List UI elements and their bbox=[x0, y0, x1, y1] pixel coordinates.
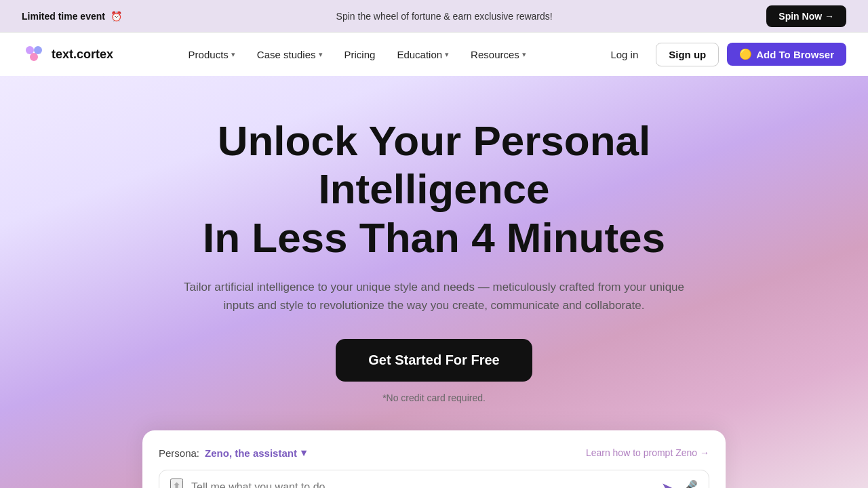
persona-row-left: Persona: Zeno, the assistant ▾ bbox=[159, 447, 307, 459]
nav-item-resources[interactable]: Resources ▾ bbox=[461, 43, 536, 66]
add-to-browser-button[interactable]: 🟡 Add To Browser bbox=[727, 43, 846, 66]
main-nav: text.cortex Products ▾ Case studies ▾ Pr… bbox=[0, 33, 868, 76]
nav-right: Log in Sign up 🟡 Add To Browser bbox=[601, 43, 846, 66]
logo-icon bbox=[22, 42, 46, 66]
upload-button[interactable]: ⬆ bbox=[170, 479, 183, 488]
svg-point-1 bbox=[34, 46, 42, 54]
banner-event-text: Limited time event bbox=[22, 11, 105, 22]
banner-clock-icon: ⏰ bbox=[111, 11, 122, 22]
svg-point-0 bbox=[26, 46, 34, 54]
nav-item-pricing[interactable]: Pricing bbox=[335, 43, 385, 66]
education-chevron-icon: ▾ bbox=[445, 50, 449, 59]
products-chevron-icon: ▾ bbox=[231, 50, 235, 59]
hero-section: Unlock Your Personal Intelligence In Les… bbox=[0, 76, 868, 488]
signup-button[interactable]: Sign up bbox=[656, 43, 719, 66]
chat-input-row: ⬆ ➤ 🎤 bbox=[159, 470, 709, 488]
login-button[interactable]: Log in bbox=[601, 43, 648, 66]
add-browser-icon: 🟡 bbox=[739, 48, 752, 60]
hero-subtitle: Tailor artificial intelligence to your u… bbox=[176, 278, 692, 314]
persona-name: Zeno, the assistant bbox=[205, 447, 297, 459]
logo-text: text.cortex bbox=[52, 47, 113, 62]
persona-chevron-icon: ▾ bbox=[301, 447, 307, 459]
top-banner: Limited time event ⏰ Spin the wheel of f… bbox=[0, 0, 868, 33]
get-started-button[interactable]: Get Started For Free bbox=[336, 339, 532, 382]
nav-item-case-studies[interactable]: Case studies ▾ bbox=[248, 43, 332, 66]
logo[interactable]: text.cortex bbox=[22, 42, 113, 66]
banner-center-text: Spin the wheel of fortune & earn exclusi… bbox=[122, 11, 766, 22]
persona-label: Persona: bbox=[159, 447, 199, 459]
send-button[interactable]: ➤ bbox=[661, 479, 673, 488]
no-credit-card-text: *No credit card required. bbox=[382, 392, 486, 403]
learn-to-prompt-link[interactable]: Learn how to prompt Zeno → bbox=[586, 447, 709, 458]
nav-item-education[interactable]: Education ▾ bbox=[387, 43, 458, 66]
persona-selector[interactable]: Zeno, the assistant ▾ bbox=[205, 447, 307, 459]
svg-point-2 bbox=[30, 53, 38, 61]
chat-widget: Persona: Zeno, the assistant ▾ Learn how… bbox=[142, 430, 726, 488]
hero-title: Unlock Your Personal Intelligence In Les… bbox=[129, 117, 739, 262]
nav-item-products[interactable]: Products ▾ bbox=[179, 43, 245, 66]
resources-chevron-icon: ▾ bbox=[522, 50, 526, 59]
nav-links: Products ▾ Case studies ▾ Pricing Educat… bbox=[179, 43, 536, 66]
spin-now-button[interactable]: Spin Now → bbox=[766, 5, 846, 27]
chat-input[interactable] bbox=[191, 481, 653, 488]
case-studies-chevron-icon: ▾ bbox=[319, 50, 323, 59]
banner-left: Limited time event ⏰ bbox=[22, 11, 122, 22]
persona-row: Persona: Zeno, the assistant ▾ Learn how… bbox=[159, 447, 709, 459]
mic-button[interactable]: 🎤 bbox=[681, 479, 698, 488]
